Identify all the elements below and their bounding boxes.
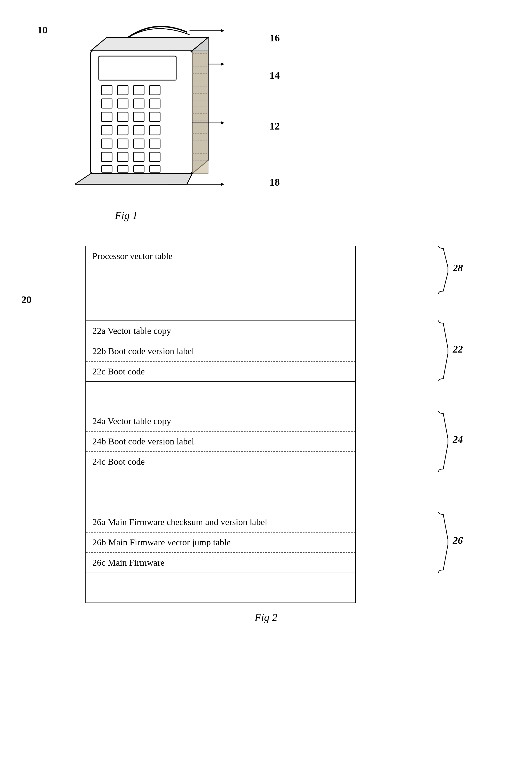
row-pvt-label: Processor vector table xyxy=(86,246,355,266)
svg-text:24: 24 xyxy=(452,434,463,445)
memory-diagram: Processor vector table 22a Vector table … xyxy=(85,246,356,603)
fig1-section: 10 xyxy=(21,16,511,224)
row-spacer-2 xyxy=(86,382,355,411)
row-22c: 22c Boot code xyxy=(86,362,355,382)
row-22b-label: 22b Boot code version label xyxy=(86,341,355,361)
row-processor-vector-table: Processor vector table xyxy=(86,246,355,294)
row-22c-label: 22c Boot code xyxy=(86,362,355,381)
row-24b-label: 24b Boot code version label xyxy=(86,432,355,451)
svg-rect-27 xyxy=(150,152,160,162)
row-24c: 24c Boot code xyxy=(86,452,355,472)
label-10: 10 xyxy=(37,24,48,36)
svg-rect-10 xyxy=(134,99,144,108)
svg-marker-60 xyxy=(221,183,224,186)
svg-rect-22 xyxy=(134,139,144,148)
row-spacer-3 xyxy=(86,472,355,512)
svg-rect-29 xyxy=(117,166,128,172)
fig2-section: 20 Processor vector table 22a Vector tab… xyxy=(21,246,511,624)
row-24a-label: 24a Vector table copy xyxy=(86,411,355,431)
brace-overlay: 28222426 xyxy=(436,246,500,603)
svg-marker-58 xyxy=(75,174,192,184)
svg-rect-31 xyxy=(150,166,160,172)
svg-rect-13 xyxy=(117,112,128,122)
svg-rect-8 xyxy=(101,99,112,108)
svg-rect-9 xyxy=(117,99,128,108)
svg-marker-55 xyxy=(221,63,224,66)
svg-rect-30 xyxy=(134,166,144,172)
svg-rect-16 xyxy=(101,126,112,135)
row-22a-label: 22a Vector table copy xyxy=(86,321,355,341)
svg-rect-12 xyxy=(101,112,112,122)
svg-marker-53 xyxy=(221,29,224,32)
row-24c-label: 24c Boot code xyxy=(86,452,355,472)
svg-rect-20 xyxy=(101,139,112,148)
label-12: 12 xyxy=(270,120,280,132)
svg-rect-25 xyxy=(117,152,128,162)
fig2-caption: Fig 2 xyxy=(21,611,511,624)
svg-marker-2 xyxy=(91,37,208,51)
svg-text:26: 26 xyxy=(452,535,463,546)
label-16: 16 xyxy=(270,32,280,44)
row-spacer-1 xyxy=(86,294,355,321)
row-26a-label: 26a Main Firmware checksum and version l… xyxy=(86,512,355,532)
row-24a: 24a Vector table copy xyxy=(86,411,355,432)
svg-rect-5 xyxy=(117,85,128,95)
svg-rect-19 xyxy=(150,126,160,135)
label-20: 20 xyxy=(21,294,31,306)
row-26a: 26a Main Firmware checksum and version l… xyxy=(86,512,355,533)
row-22b: 22b Boot code version label xyxy=(86,341,355,362)
row-spacer-last xyxy=(86,573,355,603)
page: 10 xyxy=(0,0,532,778)
svg-rect-17 xyxy=(117,126,128,135)
device-drawing xyxy=(75,19,240,195)
svg-rect-24 xyxy=(101,152,112,162)
svg-rect-7 xyxy=(150,85,160,95)
svg-rect-15 xyxy=(150,112,160,122)
svg-rect-11 xyxy=(150,99,160,108)
svg-text:22: 22 xyxy=(452,343,463,355)
row-26b-label: 26b Main Firmware vector jump table xyxy=(86,533,355,552)
svg-rect-28 xyxy=(101,166,112,172)
fig1-caption: Fig 1 xyxy=(115,209,138,222)
svg-rect-23 xyxy=(150,139,160,148)
svg-marker-57 xyxy=(221,121,224,125)
svg-rect-6 xyxy=(134,85,144,95)
svg-rect-3 xyxy=(99,56,176,80)
row-26c-label: 26c Main Firmware xyxy=(86,553,355,572)
row-26c: 26c Main Firmware xyxy=(86,553,355,573)
svg-rect-21 xyxy=(117,139,128,148)
svg-rect-14 xyxy=(134,112,144,122)
label-18: 18 xyxy=(270,176,280,188)
label-14: 14 xyxy=(270,69,280,81)
row-24b: 24b Boot code version label xyxy=(86,432,355,452)
svg-rect-26 xyxy=(134,152,144,162)
memory-diagram-wrapper: Processor vector table 22a Vector table … xyxy=(54,246,511,603)
svg-rect-18 xyxy=(134,126,144,135)
row-22a: 22a Vector table copy xyxy=(86,321,355,341)
svg-rect-33 xyxy=(192,51,208,174)
svg-rect-4 xyxy=(101,85,112,95)
row-26b: 26b Main Firmware vector jump table xyxy=(86,533,355,553)
svg-text:28: 28 xyxy=(452,262,463,274)
